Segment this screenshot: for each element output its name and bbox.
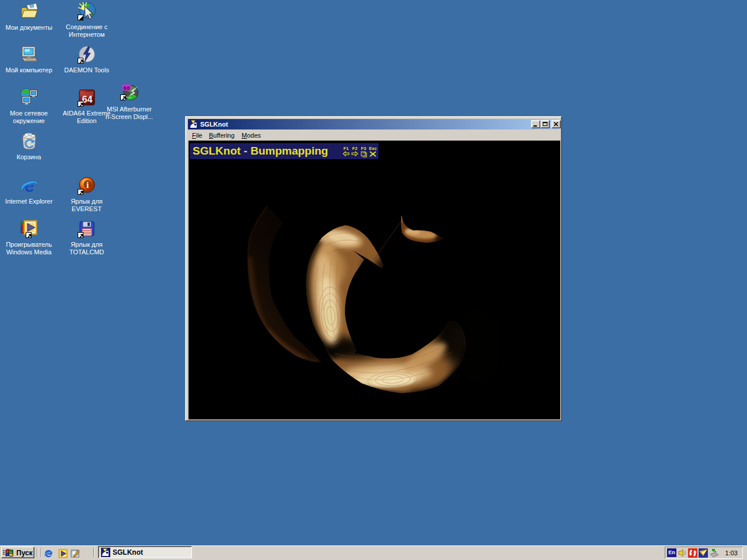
svg-text:60: 60 [123, 85, 130, 92]
svg-text:i: i [86, 180, 88, 190]
